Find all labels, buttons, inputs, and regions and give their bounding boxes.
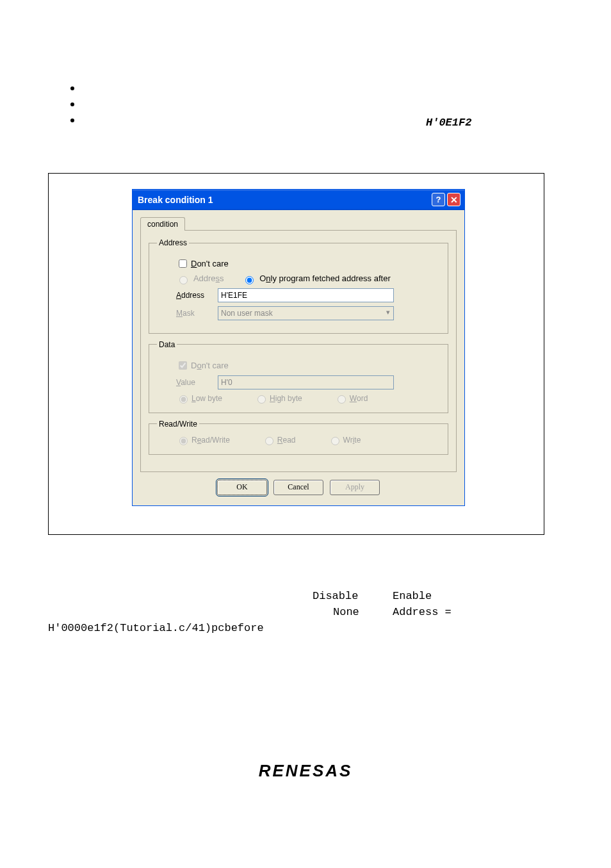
data-lowbyte-radio: Low byte [176,393,222,404]
renesas-logo: RENESAS [0,761,611,781]
rw-readwrite-radio: Read/Write [176,435,230,445]
data-dont-care-checkbox [179,361,187,370]
data-lowbyte-radio-input [179,395,188,404]
rw-readwrite-radio-input [179,437,188,445]
bullet-dot [70,86,74,90]
address-field-label: Address [157,291,218,300]
dialog-figure-frame: Break condition 1 ? ✕ condition Address … [48,173,544,535]
tabstrip: condition [140,217,457,231]
bullet-code-text: H'0E1F2 [426,117,471,129]
mono-text-path: H'0000e1f2(Tutorial.c/41)pcbefore [48,622,264,634]
address-radio-pcafter-input[interactable] [245,276,254,284]
mask-label: Mask [157,309,218,318]
titlebar[interactable]: Break condition 1 ? ✕ [133,190,464,210]
bullet-dot [70,119,74,122]
tab-condition[interactable]: condition [140,217,185,231]
address-group: Address Don't care Address Only program … [149,238,448,334]
data-highbyte-radio-input [257,395,266,404]
rw-write-radio: Write [328,435,361,445]
address-radio-pcafter[interactable]: Only program fetched address after [242,274,391,284]
close-button[interactable]: ✕ [447,193,460,206]
help-button[interactable]: ? [432,193,445,206]
mask-combo [218,306,394,320]
address-dont-care-label: Don't care [191,259,229,268]
address-legend: Address [157,238,189,247]
address-input[interactable] [218,288,394,302]
data-word-radio: Word [334,393,368,404]
rw-read-radio-input [265,437,273,445]
mono-text-disable: Disable [313,590,358,602]
ok-button[interactable]: OK [217,480,267,495]
data-value-label: Value [157,378,218,387]
readwrite-legend: Read/Write [157,420,199,429]
bullet-dot [70,102,74,106]
dialog-title: Break condition 1 [138,195,213,205]
mono-text-enable: Enable [393,590,432,602]
data-legend: Data [157,340,177,349]
data-group: Data Don't care Value Low byte High byte… [149,340,448,413]
address-dont-care-checkbox[interactable] [179,259,187,268]
break-condition-dialog: Break condition 1 ? ✕ condition Address … [132,189,465,506]
dialog-button-row: OK Cancel Apply [140,472,457,498]
data-value-input [218,375,394,389]
rw-write-radio-input [331,437,339,445]
dialog-body: condition Address Don't care Address [133,210,464,505]
mono-text-none: None [333,606,359,618]
tab-panel: Address Don't care Address Only program … [140,231,457,472]
rw-read-radio: Read [262,435,296,445]
readwrite-group: Read/Write Read/Write Read Write [149,420,448,455]
bullet-list [70,86,74,135]
data-word-radio-input [338,395,346,404]
mono-text-address: Address = [393,606,452,618]
address-radio-address: Address [176,274,224,284]
data-dont-care-label: Don't care [191,361,229,370]
apply-button: Apply [330,480,380,495]
data-highbyte-radio: High byte [254,393,302,404]
address-radio-address-input [179,276,188,284]
cancel-button[interactable]: Cancel [273,480,323,495]
